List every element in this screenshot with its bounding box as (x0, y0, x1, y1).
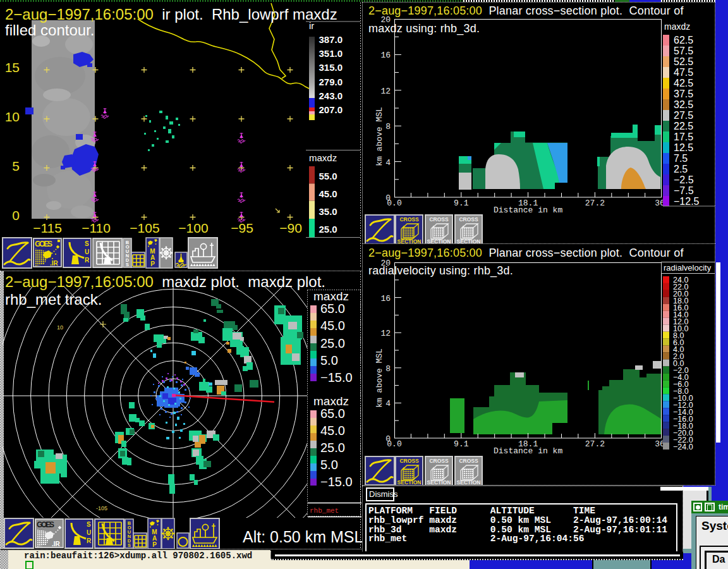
svg-text:maxdz: maxdz (309, 152, 337, 163)
svg-text:12: 12 (380, 329, 391, 338)
svg-text:37.5: 37.5 (674, 89, 693, 99)
svg-text:8: 8 (385, 122, 391, 132)
svg-text:R: R (85, 257, 90, 264)
svg-text:SECTION: SECTION (427, 479, 451, 485)
svg-text:25.0: 25.0 (320, 441, 345, 455)
svg-text:62.5: 62.5 (674, 35, 693, 46)
svg-text:S: S (85, 240, 89, 247)
svg-text:4: 4 (385, 399, 391, 408)
svg-text:47.5: 47.5 (674, 67, 693, 78)
svg-text:CROSS: CROSS (399, 216, 419, 223)
svg-text:−12.5: −12.5 (674, 196, 700, 207)
svg-text:maxdz: maxdz (313, 395, 349, 408)
svg-text:CROSS: CROSS (429, 216, 449, 223)
svg-text:km above MSL: km above MSL (375, 107, 384, 166)
svg-text:U: U (85, 248, 89, 255)
svg-text:57.5: 57.5 (674, 46, 693, 56)
svg-text:27.5: 27.5 (674, 110, 693, 121)
svg-text:Distance in km: Distance in km (494, 205, 562, 215)
svg-text:35.0: 35.0 (319, 206, 337, 217)
svg-text:-105: -105 (96, 505, 107, 511)
svg-text:52.5: 52.5 (674, 56, 693, 67)
svg-text:25.0: 25.0 (320, 336, 345, 350)
svg-text:45.0: 45.0 (319, 188, 337, 199)
svg-text:0.0: 0.0 (387, 199, 401, 208)
svg-text:9.1: 9.1 (454, 439, 469, 449)
svg-text:CROSS: CROSS (429, 458, 449, 464)
svg-text:17.5: 17.5 (674, 132, 693, 142)
svg-text:SECTION: SECTION (457, 479, 481, 485)
svg-text:Distance in km: Distance in km (494, 446, 562, 456)
svg-text:8: 8 (385, 364, 391, 374)
svg-text:45.0: 45.0 (320, 319, 345, 333)
svg-text:radialvelocity: radialvelocity (664, 263, 712, 272)
svg-text:km above MSL: km above MSL (375, 348, 384, 408)
svg-text:rhb_met: rhb_met (310, 507, 339, 515)
svg-text:CROSS: CROSS (399, 458, 419, 464)
svg-text:65.0: 65.0 (320, 407, 345, 420)
svg-text:−2.5: −2.5 (674, 174, 694, 185)
svg-text:315.0: 315.0 (319, 62, 343, 73)
svg-text:4: 4 (385, 158, 391, 168)
svg-text:−15.0: −15.0 (320, 370, 353, 384)
svg-text:10: 10 (57, 324, 63, 331)
svg-text:maxdz: maxdz (313, 290, 349, 303)
svg-text:S: S (87, 521, 91, 528)
svg-text:U: U (87, 529, 91, 536)
svg-text:45.0: 45.0 (320, 424, 345, 437)
svg-text:16: 16 (380, 294, 391, 303)
svg-text:22.5: 22.5 (674, 121, 693, 132)
svg-text:−7.5: −7.5 (674, 185, 694, 196)
svg-text:207.0: 207.0 (319, 104, 343, 115)
svg-text:−15.0: −15.0 (320, 475, 353, 489)
svg-text:9.1: 9.1 (454, 199, 469, 208)
svg-text:maxdz: maxdz (664, 21, 690, 32)
svg-text:243.0: 243.0 (319, 90, 343, 101)
svg-text:−24.0: −24.0 (673, 443, 693, 451)
svg-text:42.5: 42.5 (674, 78, 693, 89)
svg-text:CROSS: CROSS (459, 216, 478, 223)
svg-text:32.5: 32.5 (674, 99, 693, 110)
svg-text:R: R (87, 537, 92, 544)
svg-text:7.5: 7.5 (674, 153, 688, 164)
svg-text:5.0: 5.0 (320, 458, 338, 472)
svg-text:351.0: 351.0 (319, 48, 343, 59)
svg-text:CROSS: CROSS (459, 458, 478, 464)
svg-text:16: 16 (380, 51, 391, 60)
svg-text:12: 12 (380, 87, 391, 96)
svg-text:279.0: 279.0 (319, 76, 343, 87)
svg-text:27.2: 27.2 (585, 439, 605, 449)
svg-text:387.0: 387.0 (319, 34, 343, 45)
svg-text:12.5: 12.5 (674, 142, 693, 153)
svg-text:SECTION: SECTION (397, 479, 422, 485)
svg-text:65.0: 65.0 (320, 302, 345, 315)
svg-text:25.0: 25.0 (319, 224, 337, 235)
svg-text:55.0: 55.0 (319, 171, 337, 181)
svg-text:0.0: 0.0 (387, 439, 401, 449)
svg-text:5.0: 5.0 (320, 353, 338, 367)
svg-text:2.5: 2.5 (674, 164, 688, 174)
svg-text:27.2: 27.2 (585, 199, 605, 208)
